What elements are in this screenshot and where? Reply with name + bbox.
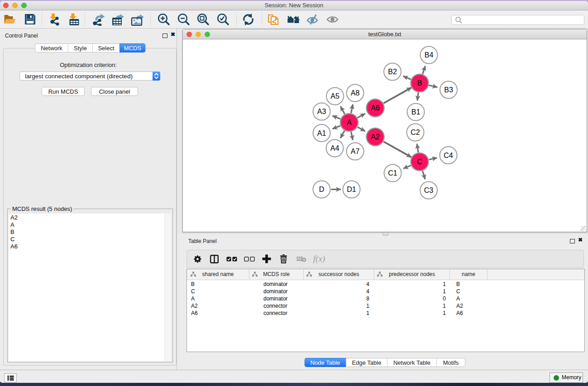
svg-text:C4: C4 [444, 152, 453, 159]
svg-text:B3: B3 [444, 86, 453, 94]
svg-text:A3: A3 [317, 108, 326, 115]
svg-text:B4: B4 [425, 51, 434, 59]
svg-text:D: D [319, 186, 325, 193]
svg-text:A: A [347, 119, 352, 126]
svg-text:A1: A1 [317, 129, 326, 137]
svg-text:B: B [417, 79, 422, 87]
svg-text:A7: A7 [351, 148, 360, 155]
svg-text:C1: C1 [388, 169, 397, 177]
svg-text:A4: A4 [330, 144, 339, 152]
svg-text:D1: D1 [347, 186, 356, 193]
svg-text:C2: C2 [411, 129, 420, 136]
svg-text:B2: B2 [388, 68, 397, 76]
svg-text:C: C [417, 158, 422, 166]
svg-text:B1: B1 [411, 108, 421, 116]
svg-text:C3: C3 [424, 186, 434, 194]
svg-text:A6: A6 [371, 104, 380, 112]
svg-text:A2: A2 [371, 133, 380, 141]
svg-text:A8: A8 [351, 89, 360, 97]
svg-text:A5: A5 [330, 92, 339, 100]
